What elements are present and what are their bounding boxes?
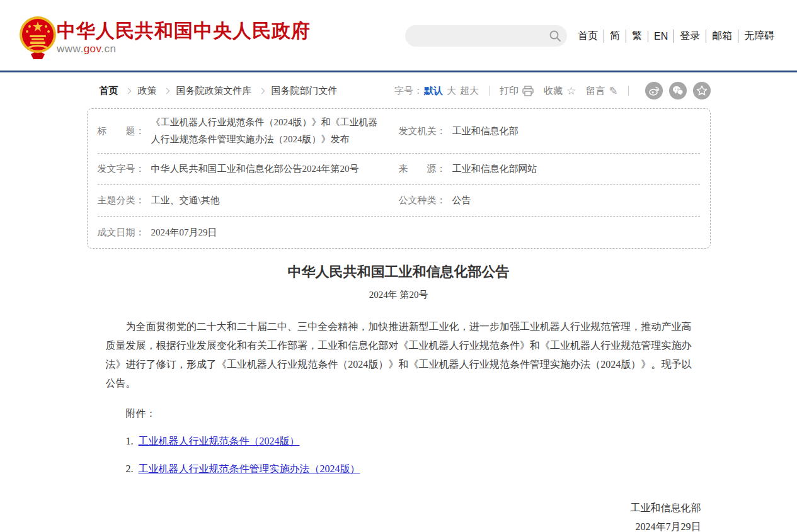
chevron-right-icon xyxy=(125,88,131,94)
signature-issuer: 工业和信息化部 xyxy=(87,499,701,518)
signature-date: 2024年7月29日 xyxy=(87,518,701,532)
breadcrumb: 首页 政策 国务院政策文件库 国务院部门文件 xyxy=(87,85,338,97)
attachment-number: 1. xyxy=(126,436,134,446)
meta-value-source: 工业和信息化部网站 xyxy=(452,161,537,178)
star-badge-icon xyxy=(696,85,708,96)
meta-cell-date: 成文日期： 2024年07月29日 xyxy=(98,219,399,246)
meta-cell-doctype: 公文种类： 公告 xyxy=(399,187,700,214)
site-url-suffix: .cn xyxy=(101,43,116,55)
chevron-right-icon xyxy=(258,88,265,94)
meta-row-title-issuer: 标 题： 《工业机器人行业规范条件（2024版）》和《工业机器人行业规范条件管理… xyxy=(98,109,700,154)
toolbar-separator xyxy=(628,86,629,96)
meta-value-issuer: 工业和信息化部 xyxy=(452,123,519,140)
breadcrumb-policy-library[interactable]: 国务院政策文件库 xyxy=(176,85,252,97)
printer-icon xyxy=(522,86,534,96)
nav-traditional[interactable]: 繁 xyxy=(626,30,648,43)
favorite-label: 收藏 xyxy=(544,85,563,97)
comment-label: 留言 xyxy=(586,85,605,97)
nav-english[interactable]: EN xyxy=(648,31,674,42)
meta-value-date: 2024年07月29日 xyxy=(151,224,217,241)
meta-label-doctype: 公文种类： xyxy=(399,195,446,207)
national-emblem-icon xyxy=(17,15,59,59)
meta-value-category: 工业、交通\其他 xyxy=(151,192,220,209)
attachment-link-1[interactable]: 工业机器人行业规范条件（2024版） xyxy=(139,436,300,446)
meta-value-docnum: 中华人民共和国工业和信息化部公告2024年第20号 xyxy=(151,161,359,178)
meta-cell-issuer: 发文机关： 工业和信息化部 xyxy=(399,118,700,145)
meta-row-date: 成文日期： 2024年07月29日 xyxy=(98,217,700,248)
print-button[interactable]: 打印 xyxy=(500,85,534,97)
wechat-icon xyxy=(672,85,684,96)
share-wechat-button[interactable] xyxy=(669,82,687,99)
search-box xyxy=(405,25,567,47)
share-favorite-button[interactable] xyxy=(693,82,711,99)
document-title: 中华人民共和国工业和信息化部公告 xyxy=(87,263,711,281)
document-number: 2024年 第20号 xyxy=(87,289,711,301)
attachment-number: 2. xyxy=(126,463,134,474)
site-header: 中华人民共和国中央人民政府 www.gov.cn 首页 简 繁 EN 登录 邮箱… xyxy=(0,0,797,71)
attachment-link-2[interactable]: 工业机器人行业规范条件管理实施办法（2024版） xyxy=(139,463,360,474)
font-size-large[interactable]: 大 xyxy=(447,85,456,97)
nav-home[interactable]: 首页 xyxy=(572,30,604,43)
main-content: 首页 政策 国务院政策文件库 国务院部门文件 字号： 默认 大 超大 打印 xyxy=(87,82,711,532)
site-title[interactable]: 中华人民共和国中央人民政府 xyxy=(57,21,311,41)
breadcrumb-policy[interactable]: 政策 xyxy=(138,85,157,97)
nav-accessibility[interactable]: 无障碍 xyxy=(738,30,780,43)
header-divider xyxy=(0,71,797,72)
meta-row-docnum-source: 发文字号： 中华人民共和国工业和信息化部公告2024年第20号 来 源： 工业和… xyxy=(98,154,700,185)
meta-row-category-type: 主题分类： 工业、交通\其他 公文种类： 公告 xyxy=(98,185,700,217)
article: 中华人民共和国工业和信息化部公告 2024年 第20号 为全面贯彻党的二十大和二… xyxy=(87,263,711,532)
site-title-block: 中华人民共和国中央人民政府 www.gov.cn xyxy=(57,21,311,55)
meta-label-source: 来 源： xyxy=(399,163,446,175)
toolbar-separator xyxy=(489,86,490,96)
meta-cell-title: 标 题： 《工业机器人行业规范条件（2024版）》和《工业机器人行业规范条件管理… xyxy=(98,109,399,153)
meta-label-docnum: 发文字号： xyxy=(98,163,145,175)
search-button[interactable] xyxy=(543,25,567,47)
national-emblem-logo[interactable] xyxy=(17,15,59,59)
share-weibo-button[interactable] xyxy=(645,82,663,99)
meta-cell-docnum: 发文字号： 中华人民共和国工业和信息化部公告2024年第20号 xyxy=(98,156,399,183)
font-size-label: 字号： xyxy=(394,85,423,97)
signature-block: 工业和信息化部 2024年7月29日 xyxy=(87,499,711,532)
star-outline-icon: ☆ xyxy=(566,86,576,96)
comment-button[interactable]: 留言 ✎ xyxy=(586,85,617,97)
weibo-icon xyxy=(648,85,660,96)
breadcrumb-home[interactable]: 首页 xyxy=(100,85,118,97)
document-paragraph: 为全面贯彻党的二十大和二十届二中、三中全会精神，加快推进新型工业化，进一步加强工… xyxy=(87,317,711,393)
meta-value-title: 《工业机器人行业规范条件（2024版）》和《工业机器人行业规范条件管理实施办法（… xyxy=(151,114,384,148)
meta-label-category: 主题分类： xyxy=(98,195,145,207)
pencil-icon: ✎ xyxy=(609,86,617,96)
meta-value-doctype: 公告 xyxy=(452,192,471,209)
meta-cell-source: 来 源： 工业和信息化部网站 xyxy=(399,156,700,183)
meta-cell-category: 主题分类： 工业、交通\其他 xyxy=(98,187,399,214)
font-size-default[interactable]: 默认 xyxy=(424,85,443,97)
attachment-item: 2.工业机器人行业规范条件管理实施办法（2024版） xyxy=(87,463,711,476)
document-meta-table: 标 题： 《工业机器人行业规范条件（2024版）》和《工业机器人行业规范条件管理… xyxy=(87,108,711,249)
favorite-button[interactable]: 收藏 ☆ xyxy=(544,85,576,97)
nav-login[interactable]: 登录 xyxy=(674,30,706,43)
breadcrumb-toolbar-row: 首页 政策 国务院政策文件库 国务院部门文件 字号： 默认 大 超大 打印 xyxy=(87,82,711,99)
chevron-right-icon xyxy=(163,88,169,94)
meta-label-title: 标 题： xyxy=(98,125,145,137)
page-toolbar: 字号： 默认 大 超大 打印 收藏 ☆ 留言 ✎ xyxy=(394,82,711,99)
search-icon xyxy=(549,30,561,42)
meta-label-issuer: 发文机关： xyxy=(399,125,446,137)
nav-mailbox[interactable]: 邮箱 xyxy=(706,30,738,43)
print-label: 打印 xyxy=(500,85,519,97)
font-size-xlarge[interactable]: 超大 xyxy=(460,85,479,97)
site-url: www.gov.cn xyxy=(57,43,311,55)
top-nav: 首页 简 繁 EN 登录 邮箱 无障碍 xyxy=(572,30,780,43)
site-url-prefix: www. xyxy=(57,43,84,55)
nav-simplified[interactable]: 简 xyxy=(604,30,626,43)
attachment-item: 1.工业机器人行业规范条件（2024版） xyxy=(87,435,711,448)
site-url-gov: gov xyxy=(84,43,101,55)
attachments-label: 附件： xyxy=(87,407,711,421)
breadcrumb-department-docs[interactable]: 国务院部门文件 xyxy=(272,85,338,97)
search-input[interactable] xyxy=(405,25,543,47)
share-group xyxy=(639,82,711,99)
meta-label-date: 成文日期： xyxy=(98,227,145,239)
meta-cell-empty xyxy=(399,227,700,237)
